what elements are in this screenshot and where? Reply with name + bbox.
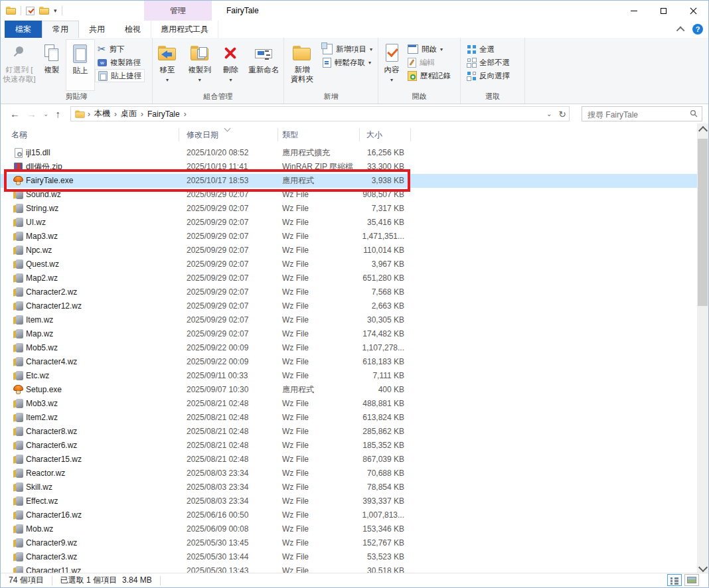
address-dropdown-icon[interactable]: ⌄ bbox=[546, 110, 552, 117]
copy-to-button[interactable]: 複製到 bbox=[182, 39, 218, 91]
paste-button[interactable]: 貼上 bbox=[66, 39, 95, 91]
address-box[interactable]: › 本機 › 桌面 › FairyTale › ⌄ ↻ bbox=[70, 106, 570, 121]
refresh-icon[interactable]: ↻ bbox=[558, 109, 566, 119]
copy-path-button[interactable]: w 複製路徑 bbox=[95, 56, 145, 69]
file-row[interactable]: Etc.wz 2025/09/11 00:33 Wz File 7,111 KB bbox=[1, 369, 697, 383]
delete-button[interactable]: 刪除 bbox=[218, 39, 244, 91]
file-row[interactable]: Map.wz 2025/09/29 02:07 Wz File 174,482 … bbox=[1, 327, 697, 341]
minimize-button[interactable] bbox=[619, 1, 649, 21]
help-icon[interactable]: ? bbox=[692, 24, 703, 35]
file-row[interactable]: ijl15.dll 2025/10/20 08:52 應用程式擴充 16,256… bbox=[1, 146, 697, 160]
file-icon bbox=[13, 148, 23, 158]
tab-application-tools[interactable]: 應用程式工具 bbox=[151, 21, 218, 38]
file-row[interactable]: Character3.wz 2025/05/30 13:44 Wz File 5… bbox=[1, 550, 697, 564]
collapse-ribbon-icon[interactable] bbox=[676, 26, 685, 35]
file-row[interactable]: Item.wz 2025/09/29 02:07 Wz File 30,305 … bbox=[1, 313, 697, 327]
file-date: 2025/06/09 00:08 bbox=[187, 522, 274, 536]
file-row[interactable]: Character4.wz 2025/09/22 00:09 Wz File 6… bbox=[1, 355, 697, 369]
file-name: Character2.wz bbox=[26, 285, 175, 299]
file-row[interactable]: Character6.wz 2025/08/21 02:48 Wz File 1… bbox=[1, 439, 697, 453]
search-input[interactable] bbox=[586, 108, 685, 121]
breadcrumb-this-pc[interactable]: 本機 bbox=[90, 108, 114, 119]
scroll-up-icon[interactable] bbox=[698, 126, 708, 135]
column-divider[interactable] bbox=[359, 128, 360, 141]
paste-shortcut-button[interactable]: 貼上捷徑 bbox=[95, 69, 145, 82]
copy-button[interactable]: 複製 bbox=[38, 39, 66, 91]
file-icon bbox=[13, 218, 23, 228]
copy-to-icon bbox=[190, 44, 210, 62]
column-divider[interactable] bbox=[179, 128, 179, 141]
recent-locations-icon[interactable]: ⌄ bbox=[43, 110, 48, 117]
column-header-date[interactable]: 修改日期 bbox=[187, 129, 218, 141]
file-row[interactable]: Reactor.wz 2025/08/03 23:34 Wz File 70,6… bbox=[1, 467, 697, 480]
invert-selection-button[interactable]: 反向選擇 bbox=[465, 69, 512, 82]
open-button[interactable]: 開啟▾ bbox=[405, 42, 453, 56]
history-button[interactable]: 歷程記錄 bbox=[405, 69, 453, 82]
edit-button[interactable]: 編輯 bbox=[405, 56, 453, 69]
file-row[interactable]: Character8.wz 2025/08/21 02:48 Wz File 2… bbox=[1, 425, 697, 439]
file-date: 2025/09/29 02:07 bbox=[187, 327, 274, 341]
file-row[interactable]: Mob.wz 2025/06/09 00:08 Wz File 153,346 … bbox=[1, 522, 697, 536]
column-header-type[interactable]: 類型 bbox=[282, 129, 298, 141]
file-row[interactable]: Npc.wz 2025/09/29 02:07 Wz File 110,014 … bbox=[1, 244, 697, 257]
file-row[interactable]: Mob5.wz 2025/09/22 00:09 Wz File 1,107,2… bbox=[1, 341, 697, 355]
back-button[interactable]: ← bbox=[10, 108, 20, 119]
qat-dropdown-icon[interactable]: ▾ bbox=[54, 7, 57, 14]
up-button[interactable]: ↑ bbox=[55, 108, 60, 119]
tab-share[interactable]: 共用 bbox=[79, 21, 115, 38]
move-to-button[interactable]: 移至 bbox=[153, 39, 182, 91]
column-divider[interactable] bbox=[410, 128, 411, 141]
large-icons-view-button[interactable] bbox=[684, 574, 699, 586]
file-row[interactable]: Character2.wz 2025/09/29 02:07 Wz File 7… bbox=[1, 285, 697, 299]
file-row[interactable]: Map3.wz 2025/09/29 02:07 Wz File 1,471,3… bbox=[1, 230, 697, 244]
file-row[interactable]: Skill.wz 2025/08/03 23:34 Wz File 78,854… bbox=[1, 480, 697, 494]
folder-icon[interactable] bbox=[6, 7, 16, 15]
cut-button[interactable]: ✂ 剪下 bbox=[95, 42, 145, 56]
window-title: FairyTale bbox=[226, 1, 259, 21]
properties-button[interactable]: 內容 bbox=[378, 39, 405, 91]
file-row[interactable]: Character12.wz 2025/09/29 02:07 Wz File … bbox=[1, 299, 697, 313]
new-item-button[interactable]: 新增項目▾ bbox=[320, 42, 375, 56]
select-none-button[interactable]: 全部不選 bbox=[465, 56, 512, 69]
maximize-button[interactable] bbox=[649, 1, 678, 21]
pin-to-quick-access-button[interactable]: 釘選到 [ 快速存取] bbox=[1, 39, 38, 91]
column-header-size[interactable]: 大小 bbox=[366, 129, 382, 141]
tab-home[interactable]: 常用 bbox=[42, 21, 79, 38]
scrollbar-thumb[interactable] bbox=[698, 139, 708, 306]
tab-file[interactable]: 檔案 bbox=[5, 21, 42, 38]
file-row[interactable]: Effect.wz 2025/08/03 23:34 Wz File 393,3… bbox=[1, 494, 697, 508]
select-all-button[interactable]: 全選 bbox=[465, 42, 512, 56]
close-button[interactable] bbox=[678, 1, 708, 21]
search-icon[interactable] bbox=[690, 110, 698, 117]
forward-button[interactable]: → bbox=[27, 108, 37, 119]
file-date: 2025/08/21 02:48 bbox=[187, 439, 274, 453]
file-row[interactable]: Character9.wz 2025/05/30 13:45 Wz File 1… bbox=[1, 536, 697, 550]
file-row[interactable]: Setup.exe 2025/09/07 10:30 應用程式 400 KB bbox=[1, 383, 697, 397]
new-folder-button[interactable]: 新增 資料夾 bbox=[284, 39, 320, 91]
file-row[interactable]: String.wz 2025/09/29 02:07 Wz File 7,317… bbox=[1, 202, 697, 216]
file-icon bbox=[13, 273, 23, 283]
breadcrumb-fairytale[interactable]: FairyTale bbox=[143, 110, 184, 119]
file-row[interactable]: Character15.wz 2025/08/21 02:48 Wz File … bbox=[1, 453, 697, 467]
properties-check-icon[interactable] bbox=[26, 7, 35, 15]
file-row[interactable]: Quest.wz 2025/09/29 02:07 Wz File 3,967 … bbox=[1, 257, 697, 271]
rename-button[interactable]: 重新命名 bbox=[244, 39, 283, 91]
file-name: Effect.wz bbox=[26, 494, 175, 508]
file-row[interactable]: UI.wz 2025/09/29 02:07 Wz File 35,416 KB bbox=[1, 216, 697, 230]
dropdown-arrow-icon bbox=[390, 74, 393, 84]
details-view-button[interactable] bbox=[667, 574, 682, 586]
file-row[interactable]: Map2.wz 2025/09/29 02:07 Wz File 651,280… bbox=[1, 271, 697, 285]
file-date: 2025/10/20 08:52 bbox=[187, 146, 274, 160]
file-row[interactable]: Mob3.wz 2025/08/21 02:48 Wz File 488,881… bbox=[1, 397, 697, 411]
column-divider[interactable] bbox=[277, 128, 278, 141]
scroll-down-icon[interactable] bbox=[698, 563, 708, 572]
file-name: Mob.wz bbox=[26, 522, 175, 536]
breadcrumb-desktop[interactable]: 桌面 bbox=[117, 108, 141, 119]
file-row[interactable]: Item2.wz 2025/08/21 02:48 Wz File 613,82… bbox=[1, 411, 697, 425]
tab-view[interactable]: 檢視 bbox=[115, 21, 151, 38]
vertical-scrollbar[interactable] bbox=[697, 123, 708, 575]
column-header-name[interactable]: 名稱 bbox=[11, 129, 27, 141]
file-row[interactable]: Character16.wz 2025/06/16 00:50 Wz File … bbox=[1, 508, 697, 522]
new-folder-qat-icon[interactable] bbox=[39, 7, 49, 15]
easy-access-button[interactable]: 輕鬆存取▾ bbox=[320, 56, 375, 69]
